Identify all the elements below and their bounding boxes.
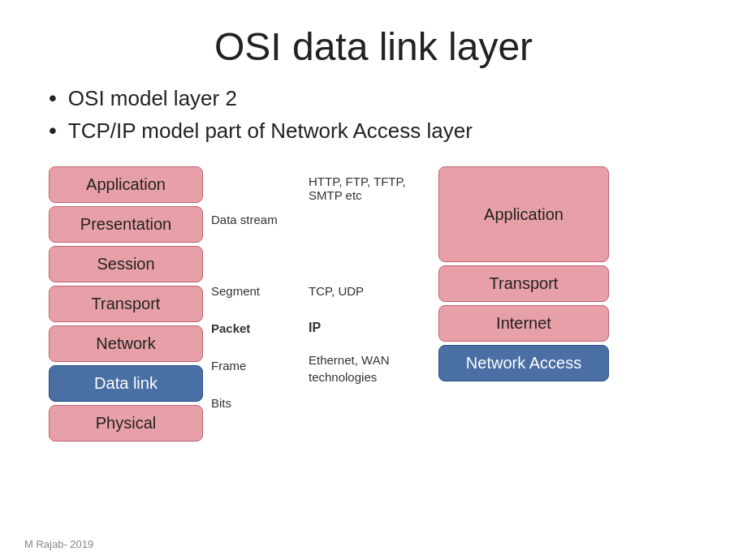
osi-layer-network: Network [49,325,203,362]
footer-note: M Rajab- 2019 [24,538,93,550]
diagram: Application Presentation Session Transpo… [0,166,747,442]
proto-tcp-udp: TCP, UDP [309,272,422,309]
osi-layer-application: Application [49,166,203,203]
tcpip-layer-transport: Transport [438,265,609,302]
tcpip-layer-application: Application [438,166,609,262]
bullet-item-2: TCP/IP model part of Network Access laye… [49,118,747,144]
labels-column: Data stream Segment Packet Frame Bits [203,166,300,421]
osi-column: Application Presentation Session Transpo… [49,166,203,442]
proto-http: HTTP, FTP, TFTP, SMTP etc [309,166,422,272]
tcpip-column: Application Transport Internet Network A… [438,166,609,381]
proto-ip: IP [309,309,422,347]
tcpip-layer-internet: Internet [438,305,609,342]
label-bits: Bits [211,384,300,421]
osi-layer-transport: Transport [49,286,203,322]
label-packet: Packet [211,309,300,347]
tcpip-layer-network-access: Network Access [438,345,609,381]
osi-layer-datalink: Data link [49,365,203,402]
label-datastream: Data stream [211,166,300,272]
osi-layer-physical: Physical [49,405,203,442]
label-segment: Segment [211,272,300,309]
bullet-list: OSI model layer 2 TCP/IP model part of N… [0,85,747,144]
osi-layer-session: Session [49,246,203,282]
bullet-item-1: OSI model layer 2 [49,85,747,111]
protocols-column: HTTP, FTP, TFTP, SMTP etc TCP, UDP IP Et… [300,166,422,421]
page-title: OSI data link layer [0,0,747,85]
osi-layer-presentation: Presentation [49,206,203,243]
proto-physical [309,384,422,421]
proto-ethernet: Ethernet, WAN technologies [309,347,422,384]
label-frame: Frame [211,347,300,384]
